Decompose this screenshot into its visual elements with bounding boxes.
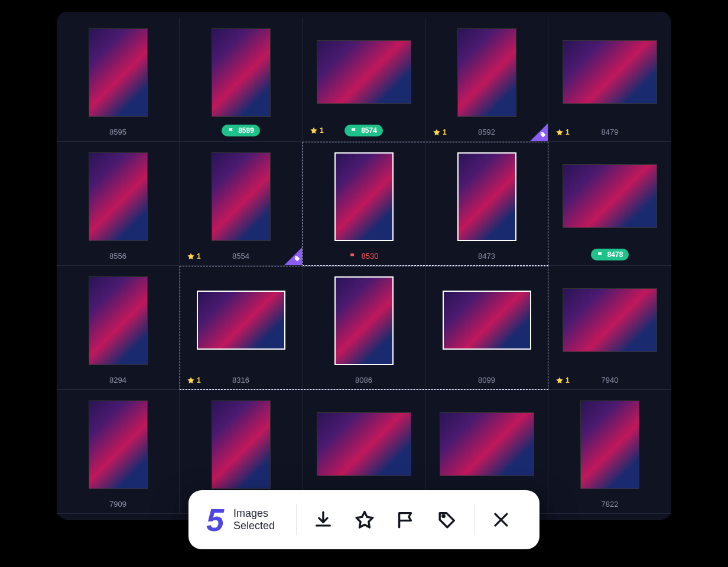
thumbnail-meta: 7822 [548, 500, 671, 509]
thumbnail-image[interactable] [334, 152, 394, 241]
thumbnail-image[interactable] [212, 152, 271, 241]
thumbnail-image[interactable] [457, 152, 516, 241]
thumbnail-meta: 8294 [57, 376, 179, 384]
thumbnail-meta: 18479 [548, 128, 671, 136]
image-id: 8099 [478, 376, 495, 384]
thumbnail-image[interactable] [334, 276, 394, 365]
rating-value: 1 [566, 376, 570, 384]
flag-icon [349, 252, 357, 260]
image-id: 8479 [602, 128, 619, 136]
thumbnail-cell[interactable]: 18574 [303, 18, 425, 142]
thumbnail-meta: 8478 [548, 249, 671, 260]
thumbnail-cell[interactable]: 18479 [548, 18, 671, 142]
thumbnail-image[interactable] [212, 400, 271, 489]
thumbnail-cell[interactable]: 8530 [303, 142, 425, 266]
rating-group: 1 [187, 376, 201, 384]
thumbnail-image[interactable] [89, 28, 148, 117]
flag-icon [396, 510, 416, 530]
thumbnail-image[interactable] [89, 152, 148, 241]
image-id: 8589 [238, 126, 254, 135]
thumbnail-image[interactable] [89, 400, 148, 489]
image-id: 7822 [602, 500, 619, 509]
thumbnail-meta: 8589 [180, 125, 302, 136]
rating-group: 1 [555, 376, 570, 384]
thumbnail-cell[interactable]: 8595 [57, 18, 180, 142]
flag-button[interactable] [385, 502, 427, 537]
star-button[interactable] [344, 502, 385, 537]
thumbnail-cell[interactable]: 8589 [180, 18, 303, 142]
separator [296, 504, 297, 535]
thumbnail-cell[interactable]: 8099 [425, 266, 548, 390]
download-button[interactable] [303, 502, 344, 537]
rating-value: 1 [197, 376, 201, 384]
thumbnail-cell[interactable]: 18316 [180, 266, 303, 390]
thumbnail-meta: 17940 [548, 376, 671, 384]
image-id: 8086 [355, 376, 372, 384]
close-button[interactable] [480, 502, 522, 537]
thumbnail-image[interactable] [580, 400, 639, 489]
image-id: 8530 [362, 252, 379, 260]
thumbnail-cell[interactable]: 18554 [180, 142, 303, 266]
flag-pill[interactable]: 8478 [591, 249, 629, 260]
thumbnail-image[interactable] [317, 40, 411, 104]
thumbnail-meta: 7909 [57, 500, 179, 509]
star-icon [355, 510, 375, 530]
flag-pill[interactable]: 8574 [344, 125, 383, 136]
separator [474, 504, 474, 535]
image-id: 8554 [232, 252, 249, 260]
thumbnail-cell[interactable]: 7822 [548, 390, 671, 514]
thumbnail-cell[interactable]: 8478 [548, 142, 671, 266]
thumbnail-image[interactable] [563, 288, 657, 352]
image-id: 8294 [109, 376, 126, 384]
tag-button[interactable] [427, 502, 468, 537]
rating-value: 1 [566, 128, 570, 136]
star-icon [555, 376, 564, 384]
thumbnail-cell[interactable]: 8294 [57, 266, 180, 390]
image-id: 7909 [109, 500, 126, 509]
image-id: 8556 [109, 252, 126, 260]
close-icon [491, 510, 511, 530]
rating-group: 1 [187, 252, 201, 260]
image-id: 8595 [109, 128, 126, 136]
rating-value: 1 [197, 252, 201, 260]
svg-point-0 [443, 515, 444, 517]
thumbnail-image[interactable] [212, 28, 271, 117]
flag-icon [350, 127, 358, 135]
thumbnail-cell[interactable]: 8086 [303, 266, 425, 390]
rating-value: 1 [443, 128, 447, 136]
thumbnail-cell[interactable]: 8556 [57, 142, 180, 266]
image-id: 8316 [232, 376, 249, 384]
selection-count: 5 [206, 501, 224, 538]
thumbnail-image[interactable] [563, 40, 657, 104]
download-icon [313, 510, 333, 530]
thumbnail-cell[interactable]: 17940 [548, 266, 671, 390]
thumbnail-meta: 18592 [425, 128, 548, 136]
thumbnail-meta: 8473 [425, 252, 548, 260]
flag-indicator [349, 252, 357, 260]
rating-group: 1 [310, 126, 324, 135]
thumbnail-image[interactable] [563, 164, 657, 228]
image-id: 7940 [602, 376, 619, 384]
image-id: 8574 [361, 126, 377, 135]
thumbnail-image[interactable] [443, 291, 531, 350]
star-icon [433, 128, 441, 136]
thumbnail-cell[interactable]: 18592 [425, 18, 548, 142]
star-icon [187, 252, 195, 260]
thumbnail-meta: 8556 [57, 252, 179, 260]
image-id: 8592 [478, 128, 495, 136]
thumbnail-meta: 8530 [303, 252, 425, 260]
thumbnail-meta: 18574 [303, 125, 425, 136]
rating-group: 1 [433, 128, 447, 136]
flag-icon [228, 127, 235, 135]
thumbnail-image[interactable] [457, 28, 516, 117]
thumbnail-meta: 8086 [303, 376, 425, 384]
thumbnail-cell[interactable]: 7909 [57, 390, 180, 514]
flag-pill[interactable]: 8589 [222, 125, 260, 136]
thumbnail-image[interactable] [317, 412, 411, 476]
thumbnail-cell[interactable]: 8473 [425, 142, 548, 266]
thumbnail-image[interactable] [89, 276, 148, 365]
image-id: 8473 [478, 252, 495, 260]
thumbnail-image[interactable] [197, 291, 285, 350]
thumbnail-image[interactable] [440, 412, 534, 476]
image-id: 8478 [607, 250, 623, 259]
